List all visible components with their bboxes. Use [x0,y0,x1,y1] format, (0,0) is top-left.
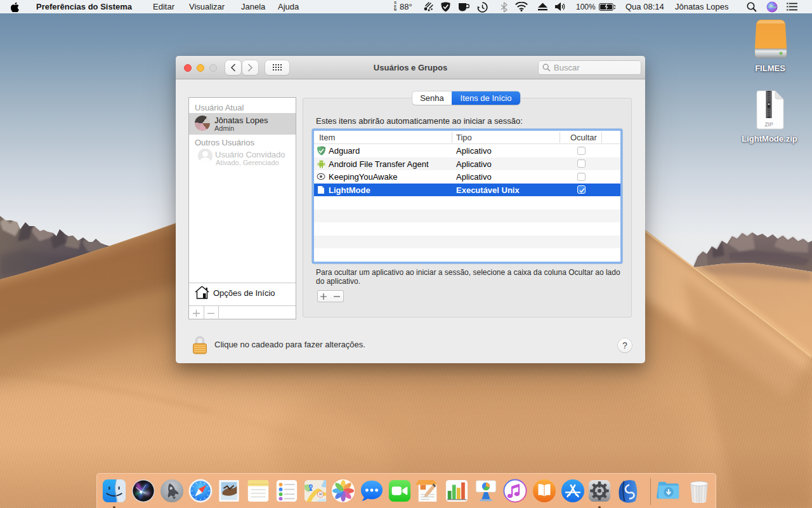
svg-text:ZIP: ZIP [764,121,773,128]
svg-text:A: A [310,485,312,488]
svg-text:30: 30 [318,492,322,496]
